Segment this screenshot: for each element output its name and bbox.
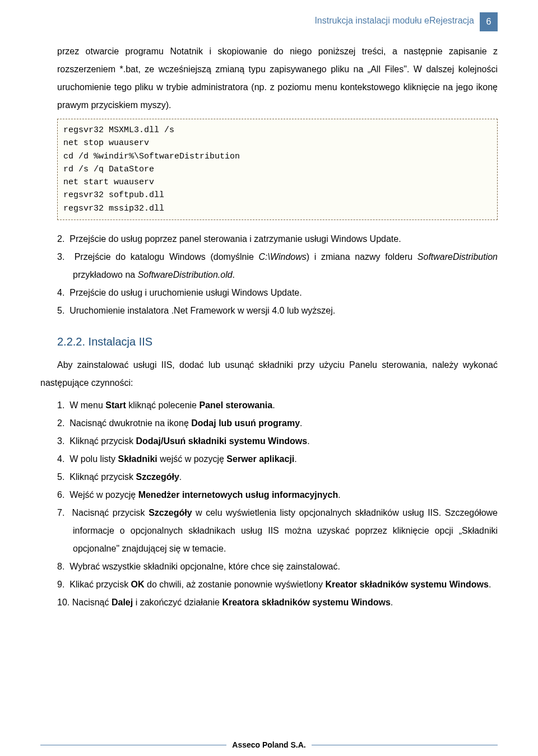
code-line: net start wuauserv: [63, 178, 154, 187]
list-item: 6. Wejść w pozycję Menedżer internetowyc…: [57, 486, 498, 504]
list-item: 4. Przejście do usług i uruchomienie usł…: [57, 284, 498, 302]
footer-text: Asseco Poland S.A.: [226, 740, 311, 749]
list-item: 2. Nacisnąć dwukrotnie na ikonę Dodaj lu…: [57, 414, 498, 432]
code-line: rd /s /q DataStore: [63, 165, 154, 174]
list-item: 7. Nacisnąć przycisk Szczegóły w celu wy…: [57, 504, 498, 558]
list-item: 9. Klikać przycisk OK do chwili, aż zost…: [57, 576, 498, 594]
code-line: net stop wuauserv: [63, 138, 149, 148]
list-item: 3. Przejście do katalogu Windows (domyśl…: [57, 248, 498, 284]
intro-paragraph: przez otwarcie programu Notatnik i skopi…: [57, 43, 498, 114]
footer-line-right: [312, 745, 498, 745]
list-item: 10. Nacisnąć Dalej i zakończyć działanie…: [57, 594, 498, 612]
page-number-badge: 6: [480, 12, 498, 31]
list-item: 8. Wybrać wszystkie składniki opcjonalne…: [57, 558, 498, 576]
code-line: regsvr32 softpub.dll: [63, 190, 164, 200]
page-header: Instrukcja instalacji modułu eRejestracj…: [40, 12, 498, 31]
list-item: 5. Kliknąć przycisk Szczegóły.: [57, 468, 498, 486]
footer-line-left: [40, 745, 226, 745]
page-footer: Asseco Poland S.A.: [40, 740, 498, 749]
code-line: regsvr32 MSXML3.dll /s: [63, 125, 174, 135]
code-line: cd /d %windir%\SoftwareDistribution: [63, 152, 240, 161]
list-item: 4. W polu listy Składniki wejść w pozycj…: [57, 450, 498, 468]
list-item: 2. Przejście do usług poprzez panel ster…: [57, 230, 498, 248]
section-title: Instalacja IIS: [89, 335, 153, 348]
section-number: 2.2.2.: [57, 335, 85, 348]
header-title: Instrukcja instalacji modułu eRejestracj…: [314, 12, 474, 31]
list-item: 5. Uruchomienie instalatora .Net Framewo…: [57, 302, 498, 320]
list-item: 3. Kliknąć przycisk Dodaj/Usuń składniki…: [57, 432, 498, 450]
code-line: regsvr32 mssip32.dll: [63, 204, 164, 213]
code-block: regsvr32 MSXML3.dll /s net stop wuauserv…: [57, 119, 498, 220]
steps-list-a: 2. Przejście do usług poprzez panel ster…: [40, 230, 498, 320]
section-intro: Aby zainstalować usługi IIS, dodać lub u…: [40, 356, 498, 392]
list-item: 1. W menu Start kliknąć polecenie Panel …: [57, 396, 498, 414]
steps-list-b: 1. W menu Start kliknąć polecenie Panel …: [40, 396, 498, 612]
page: Instrukcja instalacji modułu eRejestracj…: [0, 0, 538, 756]
section-heading: 2.2.2. Instalacja IIS: [57, 335, 498, 348]
